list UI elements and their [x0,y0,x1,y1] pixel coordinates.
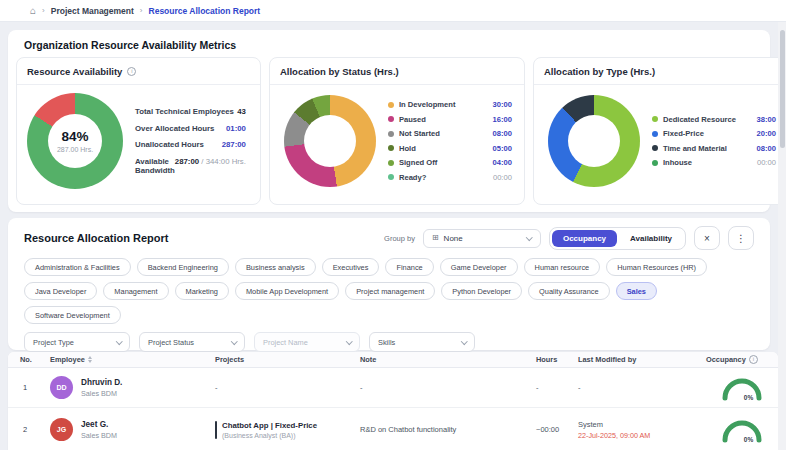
filter-row-1: Project TypeProject StatusProject NameSk… [24,332,754,352]
hours-cell: - [528,383,570,392]
breadcrumb-project-management[interactable]: Project Management [51,6,134,16]
projects-cell: - [207,383,352,392]
chevron-down-icon [116,338,122,344]
department-chips: Administration & FacilitiesBackend Engin… [8,255,770,330]
table-body: 1DDDhruvin D.Sales BDM----0%2JGJeet G.Sa… [8,368,778,450]
avatar: DD [50,376,73,399]
filter-select[interactable]: Skills [369,332,475,352]
vertical-scrollbar[interactable] [778,22,786,450]
allocation-by-type-title: Allocation by Type (Hrs.) [544,66,655,77]
scrollbar-thumb[interactable] [780,30,785,148]
legend-dot-icon [652,160,658,166]
filter-chip[interactable]: Administration & Facilities [24,258,131,276]
table-row[interactable]: 1DDDhruvin D.Sales BDM----0% [8,368,778,408]
allocation-by-status-title: Allocation by Status (Hrs.) [280,66,399,77]
sort-icon[interactable] [88,356,92,363]
project-marker [215,421,217,439]
employee-cell: DDDhruvin D.Sales BDM [42,376,207,399]
filter-select[interactable]: Project Status [139,332,245,352]
table-row[interactable]: 2JGJeet G.Sales BDMChatbot App | Fixed-P… [8,408,778,450]
legend-item: In Development30:00 [388,100,512,109]
employee-name: Jeet G. [81,420,117,429]
more-options-button[interactable]: ⋮ [728,226,754,250]
legend-item: Ready?00:00 [388,173,512,182]
availability-stats: Total Technical Employees43Over Allocate… [135,107,250,175]
chevron-down-icon [346,338,352,344]
col-no: No. [8,355,42,364]
filter-chip[interactable]: Quality Assurance [528,282,610,300]
filter-chip[interactable]: Mobile App Development [235,282,339,300]
occupancy-gauge: 0% [719,417,765,443]
allocation-by-type-card: Allocation by Type (Hrs.) Dedicated Reso… [533,57,786,205]
col-employee[interactable]: Employee [42,355,207,364]
employee-name: Dhruvin D. [81,378,122,387]
filter-chip[interactable]: Business analysis [235,258,316,276]
employee-role: Sales BDM [81,389,122,398]
last-modified-cell: System22-Jul-2025, 09:00 AM [570,420,698,440]
group-by-select[interactable]: ⊞ None [423,229,541,248]
legend-dot-icon [388,145,394,151]
filter-chip[interactable]: Human Resources (HR) [606,258,707,276]
legend-item: Hold05:00 [388,144,512,153]
legend-item: Signed Off04:00 [388,158,512,167]
occupancy-button[interactable]: Occupancy [552,230,617,247]
availability-button[interactable]: Availability [619,230,683,247]
employee-cell: JGJeet G.Sales BDM [42,418,207,441]
filter-chip[interactable]: Game Developer [440,258,518,276]
legend-item: Time and Material08:00 [652,144,776,153]
stat-row: Over Allocated Hours01:00 [135,124,246,133]
chevron-down-icon [231,338,237,344]
info-icon[interactable]: i [749,355,758,364]
metrics-section-title: Organization Resource Availability Metri… [8,30,770,57]
legend-dot-icon [388,131,394,137]
occupancy-gauge: 0% [719,375,765,401]
filter-chip[interactable]: Sales [616,282,657,300]
stat-row: Available Bandwidth287:00 / 344:00 Hrs. [135,157,246,175]
filter-chip[interactable]: Human resource [524,258,601,276]
legend-item: Not Started08:00 [388,129,512,138]
filter-chip[interactable]: Finance [385,258,433,276]
filter-chip[interactable]: Python Developer [441,282,522,300]
info-icon[interactable]: i [127,67,136,76]
filter-select[interactable]: Project Name [254,332,360,352]
filter-select[interactable]: Project Type [24,332,130,352]
resource-table: No. Employee Projects Note Hours Last Mo… [8,352,778,450]
availability-donut-chart: 84% 287.00 Hrs. [27,93,123,189]
status-legend: In Development30:00Paused16:00Not Starte… [388,100,512,182]
filter-chip[interactable]: Management [103,282,168,300]
grid-icon: ⊞ [432,234,439,242]
breadcrumb: ⌂ › Project Management › Resource Alloca… [0,0,786,22]
home-icon[interactable]: ⌂ [30,6,36,16]
breadcrumb-resource-allocation-report[interactable]: Resource Allocation Report [149,6,261,16]
stat-row: Unallocated Hours287:00 [135,140,246,149]
type-legend: Dedicated Resource38:00Fixed-Price20:00T… [652,115,776,168]
filter-chip[interactable]: Backend Engineering [137,258,229,276]
close-button[interactable]: × [694,226,720,250]
filter-chip[interactable]: Marketing [175,282,229,300]
filter-chip[interactable]: Software Development [24,306,121,324]
filter-chip[interactable]: Executives [322,258,380,276]
hours-cell: ~00:00 [528,425,570,434]
legend-item: Inhouse00:00 [652,158,776,167]
col-note: Note [352,355,528,364]
resource-availability-card: Resource Availability i 84% 287.00 Hrs. … [16,57,261,205]
availability-hours: 287.00 Hrs. [57,146,93,153]
legend-dot-icon [652,116,658,122]
legend-dot-icon [388,160,394,166]
filter-chip[interactable]: Project management [345,282,435,300]
col-last-modified: Last Modified by [570,355,698,364]
chevron-down-icon [461,338,467,344]
filter-chip[interactable]: Java Developer [24,282,97,300]
last-modified-cell: - [570,383,698,392]
occupancy-value: 0% [744,436,753,443]
legend-item: Paused16:00 [388,115,512,124]
table-header: No. Employee Projects Note Hours Last Mo… [8,352,778,368]
projects-cell: Chatbot App | Fixed-Price(Business Analy… [207,421,352,439]
occupancy-cell: 0% [698,375,778,401]
group-by-label: Group by [384,234,415,243]
close-icon: × [704,233,710,244]
note-cell: - [352,383,528,392]
allocation-by-status-card: Allocation by Status (Hrs.) In Developme… [269,57,525,205]
chevron-right-icon: › [42,6,45,15]
col-hours: Hours [528,355,570,364]
